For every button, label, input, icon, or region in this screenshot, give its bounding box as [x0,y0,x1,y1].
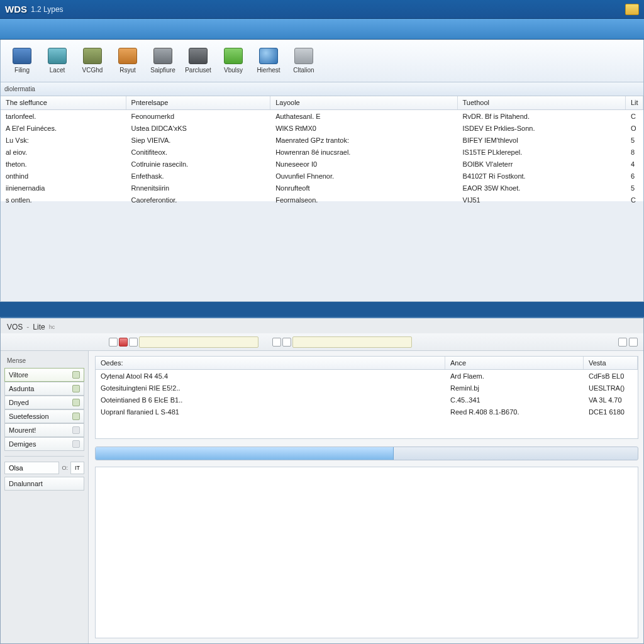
cell: C.45..341 [445,396,584,404]
table-row[interactable]: A El'el Fuinéces.Ustea DIDCA'xKSWIKS RtM… [1,122,643,134]
sidebar-small-a[interactable]: Olsa [4,462,59,474]
lower-mode: Lite [33,323,45,331]
sidebar-item-label: Suetefession [9,413,49,420]
cell: O [626,125,643,132]
table-row[interactable]: Gotesituingteni RIE E5!2..Reminl.bjUESLT… [96,382,638,394]
progress-bar [95,447,638,460]
sidebar-item-mourent[interactable]: Mourent! [4,423,84,437]
cell: IS15TE PLklerepel. [458,148,626,156]
cell: VA 3L 4.70 [584,396,638,404]
table-row[interactable]: Lu Vsk:Siep VIEIVA.Maenrated GPz trantok… [1,134,643,146]
toolbar-track-2[interactable] [292,336,412,348]
cell: Conitifiteox. [126,148,271,156]
toolbar-rsyut-button[interactable]: Rsyut [110,43,145,79]
cell: C [626,196,643,204]
upper-list-header: The sleffunce Pnterelsape Layoole Tuetho… [1,96,643,110]
toolbar-chip-end-2[interactable] [629,338,638,347]
cell: Feonournerkd [126,113,271,120]
sidebar-item-asdunta[interactable]: Asdunta [4,382,84,396]
sidebar-small-pill[interactable]: IT [70,462,84,474]
toolbar-filing-button[interactable]: Filing [4,43,40,79]
table-row[interactable]: onthindEnfethask.Ouvunfiel Fhnenor.B4102… [1,170,643,182]
upper-toolbar: FilingLacetVCGhdRsyutSaipfiureParclusetV… [1,40,643,82]
sidebar-header: Mense [4,356,84,365]
lower-list-body: Oytenal Atool R4 45.4Ard Flaem.CdFsB EL0… [95,370,638,439]
toolbar-vcghd-button[interactable]: VCGhd [75,43,110,79]
lacet-icon [48,48,67,64]
table-row[interactable]: Ooteintianed B 6 ElcE B1..C.45..341VA 3L… [96,394,638,406]
vbulsy-icon [224,48,243,64]
toolbar-parcluset-label: Parcluset [185,67,211,74]
cell: al eiov. [1,148,126,156]
cell: 8 [626,148,643,156]
table-row[interactable]: tarlonfeel.FeonournerkdAuthatesanl. ERvD… [1,110,643,122]
sidebar-item-dnyed[interactable]: Dnyed [4,396,84,409]
toolbar-chip-2[interactable] [129,338,138,347]
lower-empty-area [95,467,638,638]
toolbar-saipfiure-button[interactable]: Saipfiure [145,43,180,79]
cell: Ooteintianed B 6 ElcE B1.. [96,396,445,404]
upper-gradient-band [0,19,644,40]
toolbar-track-1[interactable] [139,336,258,348]
lower-app-title: VOS [7,323,23,331]
table-row[interactable]: iinienernadiaRnnenitsiirinNonrufteoftEAO… [1,182,643,194]
title-corner-icon[interactable] [625,4,639,15]
rcol-header-2[interactable]: Vesta [584,357,638,369]
col-header-0[interactable]: The sleffunce [1,96,126,109]
cell: VIJ51 [458,196,626,204]
cell: Enfethask. [126,172,271,180]
cell: Cotlruinie raseciln. [126,160,271,168]
cell: 5 [626,184,643,192]
toolbar-hierhest-button[interactable]: Hierhest [251,43,286,79]
cell: Ustea DIDCA'xKS [126,125,271,132]
sidebar-item-label: Demiges [9,440,36,448]
sidebar-item-suetefession[interactable]: Suetefession [4,409,84,423]
progress-fill [96,447,394,460]
cell: Siep VIEIVA. [126,136,271,144]
lower-toolbar [1,333,643,351]
cell: Uopranl flaranied L S-481 [96,408,445,416]
col-header-2[interactable]: Layoole [270,96,457,109]
toolbar-vcghd-label: VCGhd [82,67,103,74]
toolbar-lacet-button[interactable]: Lacet [40,43,75,79]
toolbar-chip-1[interactable] [109,338,118,347]
toolbar-cltalion-button[interactable]: Cltalion [286,43,321,79]
table-row[interactable]: Oytenal Atool R4 45.4Ard Flaem.CdFsB EL0 [96,370,638,382]
cell: UESLTRA() [584,384,638,392]
col-header-4[interactable]: Lit [626,96,643,109]
col-header-1[interactable]: Pnterelsape [126,96,271,109]
table-row[interactable]: al eiov.Conitifiteox.Howrenran 8é inucsr… [1,146,643,158]
lower-list-header: Oedes: Ance Vesta [95,356,638,370]
toolbar-chip-end-1[interactable] [618,338,627,347]
rcol-header-1[interactable]: Ance [445,357,584,369]
sidebar-small-b[interactable]: Dnalunnart [4,477,84,491]
toolbar-chip-4[interactable] [282,338,291,347]
toolbar-rsyut-label: Rsyut [119,67,136,74]
sidebar-item-label: Dnyed [9,399,29,406]
cell: 6 [626,172,643,180]
sidebar-item-demiges[interactable]: Demiges [4,437,84,451]
cell: Reed R.408 8.1-B670. [445,408,584,416]
toolbar-lacet-label: Lacet [50,67,65,74]
toolbar-cltalion-label: Cltalion [293,67,314,74]
vcghd-icon [83,48,102,64]
rsyut-icon [118,48,137,64]
cell: Lu Vsk: [1,136,126,144]
rcol-header-0[interactable]: Oedes: [96,357,445,369]
cell: BIFEY IEM'thlevol [458,136,626,144]
toolbar-vbulsy-button[interactable]: Vbulsy [216,43,251,79]
table-row[interactable]: s ontlen.Caoreferontior.Feormalseon.VIJ5… [1,194,643,206]
upper-title-bar: WDS 1.2 Lypes [0,0,644,19]
sidebar-item-viltore[interactable]: Viltore [4,368,84,382]
cell: s ontlen. [1,196,126,204]
toolbar-parcluset-button[interactable]: Parcluset [180,43,216,79]
cell: Ouvunfiel Fhnenor. [270,172,457,180]
toolbar-chip-3[interactable] [272,338,281,347]
sidebar-item-icon [72,385,80,392]
table-row[interactable]: theton.Cotlruinie raseciln.Nuneseeor I0B… [1,158,643,170]
toolbar-chip-record-icon[interactable] [119,338,128,347]
table-row[interactable]: Uopranl flaranied L S-481Reed R.408 8.1-… [96,406,638,418]
upper-window: FilingLacetVCGhdRsyutSaipfiureParclusetV… [0,40,644,302]
col-header-3[interactable]: Tuethool [458,96,626,109]
upper-list-body: tarlonfeel.FeonournerkdAuthatesanl. ERvD… [1,110,643,201]
